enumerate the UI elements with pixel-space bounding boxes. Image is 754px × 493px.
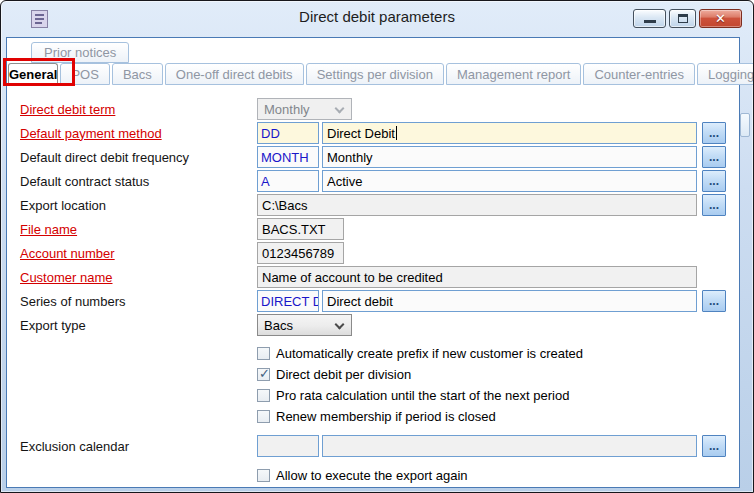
file-name-row: File name BACS.TXT xyxy=(20,218,739,240)
tab-pos[interactable]: POS xyxy=(60,63,109,85)
direct-debit-per-division-label: Direct debit per division xyxy=(276,367,411,382)
customer-name-label: Customer name xyxy=(20,270,257,285)
default-contract-status-browse-button[interactable]: ... xyxy=(702,170,726,192)
default-direct-debit-frequency-browse-button[interactable]: ... xyxy=(702,146,726,168)
chevron-down-icon xyxy=(335,320,345,330)
default-payment-method-row: Default payment method DD Direct Debit .… xyxy=(20,122,739,144)
tab-one-off-direct-debits[interactable]: One-off direct debits xyxy=(165,63,304,85)
chevron-down-icon xyxy=(335,104,345,114)
maximize-button[interactable] xyxy=(669,9,696,28)
general-form: Direct debit term Monthly Default paymen… xyxy=(7,85,739,483)
export-type-row: Export type Bacs xyxy=(20,314,739,336)
series-of-numbers-label: Series of numbers xyxy=(20,294,257,309)
allow-export-again-checkbox[interactable] xyxy=(257,469,270,482)
export-location-row: Export location C:\Bacs ... xyxy=(20,194,739,216)
direct-debit-term-row: Direct debit term Monthly xyxy=(20,98,739,120)
exclusion-calendar-code-input[interactable] xyxy=(257,435,319,457)
minimize-icon xyxy=(644,20,656,23)
export-type-select[interactable]: Bacs xyxy=(257,314,352,336)
scrollbar-thumb[interactable] xyxy=(740,113,750,137)
series-of-numbers-code-input[interactable]: DIRECT D xyxy=(257,290,319,312)
series-of-numbers-value-input[interactable]: Direct debit xyxy=(322,290,697,312)
export-location-input[interactable]: C:\Bacs xyxy=(257,194,697,216)
customer-name-input[interactable]: Name of account to be credited xyxy=(257,266,697,288)
export-type-label: Export type xyxy=(20,318,257,333)
tab-settings-per-division[interactable]: Settings per division xyxy=(306,63,444,85)
pro-rata-calculation-checkbox[interactable] xyxy=(257,389,270,402)
dialog-window: Direct debit parameters ✕ Prior notices … xyxy=(0,0,754,493)
tab-general[interactable]: General xyxy=(8,63,58,85)
export-location-label: Export location xyxy=(20,198,257,213)
auto-create-prefix-row: Automatically create prefix if new custo… xyxy=(257,345,739,361)
export-type-value: Bacs xyxy=(264,318,293,333)
allow-export-again-row: Allow to execute the export again xyxy=(257,467,739,483)
default-payment-method-value: Direct Debit xyxy=(327,126,395,141)
direct-debit-term-select[interactable]: Monthly xyxy=(257,98,352,120)
default-direct-debit-frequency-label: Default direct debit frequency xyxy=(20,150,257,165)
tab-strip: Prior notices General POS Bacs One-off d… xyxy=(7,38,739,85)
pro-rata-calculation-label: Pro rata calculation until the start of … xyxy=(276,388,569,403)
close-button[interactable]: ✕ xyxy=(699,9,742,28)
direct-debit-term-label: Direct debit term xyxy=(20,102,257,117)
customer-name-row: Customer name Name of account to be cred… xyxy=(20,266,739,288)
account-number-label: Account number xyxy=(20,246,257,261)
default-payment-method-browse-button[interactable]: ... xyxy=(702,122,726,144)
close-icon: ✕ xyxy=(715,12,726,25)
account-number-input[interactable]: 0123456789 xyxy=(257,242,344,264)
exclusion-calendar-row: Exclusion calendar ... xyxy=(20,434,739,458)
exclusion-calendar-value-input[interactable] xyxy=(322,435,697,457)
export-location-browse-button[interactable]: ... xyxy=(702,194,726,216)
tab-counter-entries[interactable]: Counter-entries xyxy=(583,63,695,85)
default-contract-status-row: Default contract status A Active ... xyxy=(20,170,739,192)
titlebar: Direct debit parameters ✕ xyxy=(1,1,753,37)
direct-debit-term-value: Monthly xyxy=(264,102,310,117)
direct-debit-per-division-row: Direct debit per division xyxy=(257,366,739,382)
series-of-numbers-row: Series of numbers DIRECT D Direct debit … xyxy=(20,290,739,312)
default-direct-debit-frequency-code-input[interactable]: MONTH xyxy=(257,146,319,168)
renew-membership-checkbox[interactable] xyxy=(257,410,270,423)
tab-bacs[interactable]: Bacs xyxy=(112,63,163,85)
file-name-input[interactable]: BACS.TXT xyxy=(257,218,344,240)
series-of-numbers-browse-button[interactable]: ... xyxy=(702,290,726,312)
default-contract-status-label: Default contract status xyxy=(20,174,257,189)
tab-management-report[interactable]: Management report xyxy=(446,63,581,85)
exclusion-calendar-label: Exclusion calendar xyxy=(20,439,257,454)
default-payment-method-value-input[interactable]: Direct Debit xyxy=(322,122,697,144)
default-payment-method-code-input[interactable]: DD xyxy=(257,122,319,144)
tab-logging[interactable]: Logging xyxy=(697,63,754,85)
allow-export-again-label: Allow to execute the export again xyxy=(276,468,468,483)
auto-create-prefix-label: Automatically create prefix if new custo… xyxy=(276,346,583,361)
account-number-row: Account number 0123456789 xyxy=(20,242,739,264)
default-contract-status-code-input[interactable]: A xyxy=(257,170,319,192)
default-direct-debit-frequency-row: Default direct debit frequency MONTH Mon… xyxy=(20,146,739,168)
direct-debit-per-division-checkbox[interactable] xyxy=(257,368,270,381)
file-name-label: File name xyxy=(20,222,257,237)
renew-membership-row: Renew membership if period is closed xyxy=(257,408,739,424)
dialog-content: Prior notices General POS Bacs One-off d… xyxy=(6,37,740,488)
exclusion-calendar-browse-button[interactable]: ... xyxy=(702,435,726,457)
default-direct-debit-frequency-value-input[interactable]: Monthly xyxy=(322,146,697,168)
pro-rata-calculation-row: Pro rata calculation until the start of … xyxy=(257,387,739,403)
default-contract-status-value-input[interactable]: Active xyxy=(322,170,697,192)
maximize-icon xyxy=(678,14,688,23)
renew-membership-label: Renew membership if period is closed xyxy=(276,409,496,424)
minimize-button[interactable] xyxy=(633,9,666,28)
window-controls: ✕ xyxy=(633,9,742,28)
default-payment-method-label: Default payment method xyxy=(20,126,257,141)
text-caret xyxy=(396,126,397,140)
auto-create-prefix-checkbox[interactable] xyxy=(257,347,270,360)
tab-prior-notices[interactable]: Prior notices xyxy=(31,42,129,63)
